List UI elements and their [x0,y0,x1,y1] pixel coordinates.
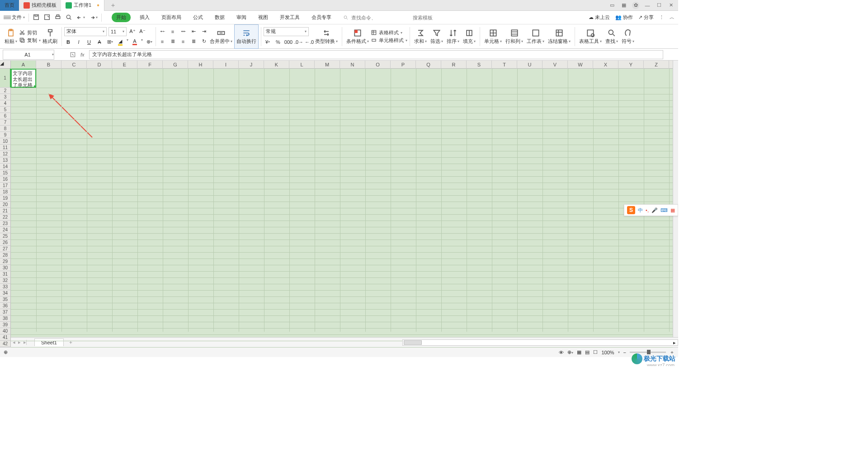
select-all-corner[interactable]: ◢ [0,61,11,68]
ime-lang[interactable]: 中 [638,207,643,214]
row-header-26[interactable]: 26 [0,240,11,246]
paste-button[interactable]: 粘贴▾ [3,24,19,49]
row-header-8[interactable]: 8 [0,126,11,132]
user-avatar-icon[interactable]: ✿ [632,2,639,9]
row-header-4[interactable]: 4 [0,100,11,107]
command-search-input[interactable] [351,15,410,20]
decrease-font-icon[interactable]: A⁻ [138,28,146,36]
zoom-level[interactable]: 100% [601,350,614,355]
symbol-button[interactable]: 符号▾ [620,24,636,49]
tab-home[interactable]: 首页 [0,0,19,11]
menu-formula[interactable]: 公式 [190,13,206,22]
col-header-V[interactable]: V [542,61,568,69]
col-header-A[interactable]: A [11,61,36,70]
row-header-32[interactable]: 32 [0,277,11,284]
format-painter-button[interactable]: 格式刷 [41,24,59,49]
row-header-3[interactable]: 3 [0,94,11,100]
orientation-icon[interactable]: ↻ [200,38,208,46]
tabletool-button[interactable]: 表格工具▾ [577,24,604,49]
menu-dev[interactable]: 开发工具 [277,13,302,22]
row-header-25[interactable]: 25 [0,233,11,240]
merge-center-button[interactable]: 合并居中▾ [208,24,234,49]
phonetic-button[interactable]: ⊗▾ [145,38,153,46]
col-header-U[interactable]: U [517,61,542,69]
col-header-N[interactable]: N [340,61,365,69]
zoom-out-icon[interactable]: − [623,350,626,355]
col-header-X[interactable]: X [593,61,618,69]
redo-icon[interactable]: ▾ [89,14,98,21]
sheet-nav-next[interactable]: ▸ [18,339,21,345]
eye-icon[interactable]: 👁 [559,350,564,355]
indent-right-icon[interactable]: ⇥ [200,28,208,36]
sheet-button[interactable]: 工作表▾ [525,24,546,49]
cell-a1[interactable]: 文字内容太长超出了单元格 [11,69,36,88]
menu-vip[interactable]: 会员专享 [309,13,334,22]
row-header-6[interactable]: 6 [0,113,11,119]
col-header-W[interactable]: W [568,61,593,69]
col-header-H[interactable]: H [188,61,213,69]
row-header-13[interactable]: 13 [0,157,11,164]
currency-icon[interactable]: ¥▾ [264,38,272,46]
justify-icon[interactable]: ≣ [189,38,198,46]
align-bottom-icon[interactable]: ⬵ [179,28,187,36]
save-as-icon[interactable] [43,14,51,22]
align-top-icon[interactable]: ⬴ [158,28,166,36]
apps-icon[interactable]: ▦ [620,2,627,9]
row-header-1[interactable]: 1 [0,69,11,88]
row-header-33[interactable]: 33 [0,284,11,290]
col-header-R[interactable]: R [441,61,467,69]
col-header-M[interactable]: M [315,61,340,69]
font-color-button[interactable]: A [131,38,139,46]
col-header-B[interactable]: B [36,61,61,69]
col-header-I[interactable]: I [213,61,239,69]
sheet-nav-last[interactable]: ▸⎸ [24,339,31,345]
layout-icon[interactable]: ▭ [609,2,616,9]
command-search[interactable] [343,15,472,20]
row-header-24[interactable]: 24 [0,227,11,233]
minimize-button[interactable]: — [644,2,651,9]
inc-decimal-icon[interactable]: .0→ [295,38,303,46]
row-header-16[interactable]: 16 [0,176,11,183]
row-header-27[interactable]: 27 [0,246,11,252]
ime-grid-icon[interactable]: ▦ [670,207,675,213]
sort-button[interactable]: 排序▾ [445,24,461,49]
increase-font-icon[interactable]: A⁺ [128,28,137,36]
share-button[interactable]: ↗ 分享 [638,14,654,21]
cell-button[interactable]: 单元格▾ [482,24,504,49]
underline-button[interactable]: U [85,38,93,46]
col-header-Z[interactable]: Z [644,61,669,69]
menu-review[interactable]: 审阅 [234,13,249,22]
bold-button[interactable]: B [64,38,72,46]
ime-keyboard-icon[interactable]: ⌨ [660,207,668,213]
undo-icon[interactable]: ▾ [76,14,85,21]
row-header-34[interactable]: 34 [0,290,11,296]
col-header-G[interactable]: G [163,61,188,69]
row-header-11[interactable]: 11 [0,145,11,151]
menu-layout[interactable]: 页面布局 [159,13,184,22]
col-header-P[interactable]: P [391,61,416,69]
thousands-icon[interactable]: 000 [284,38,292,46]
fill-button[interactable]: 填充▾ [461,24,477,49]
sheet-nav-prev[interactable]: ◂ [13,339,15,345]
close-button[interactable]: ✕ [667,2,675,9]
lang-icon[interactable]: ⊕▾ [567,349,573,355]
menu-insert[interactable]: 插入 [137,13,152,22]
percent-icon[interactable]: % [274,38,282,46]
align-middle-icon[interactable]: ≡ [169,28,177,36]
goto-icon[interactable] [70,52,76,58]
col-header-K[interactable]: K [264,61,289,69]
row-header-28[interactable]: 28 [0,252,11,258]
ime-mic-icon[interactable]: 🎤 [651,207,658,213]
dec-decimal-icon[interactable]: ←.0 [305,38,313,46]
row-header-5[interactable]: 5 [0,107,11,113]
wrap-text-button[interactable]: 自动换行 [234,24,259,49]
menu-view[interactable]: 视图 [255,13,271,22]
row-header-36[interactable]: 36 [0,303,11,309]
row-header-39[interactable]: 39 [0,322,11,328]
view-break-icon[interactable]: ☐ [593,349,598,355]
fx-icon[interactable]: fx [80,52,85,57]
menu-data[interactable]: 数据 [212,13,227,22]
indent-left-icon[interactable]: ⇤ [189,28,198,36]
vertical-scrollbar[interactable] [673,61,678,337]
col-header-C[interactable]: C [61,61,87,69]
